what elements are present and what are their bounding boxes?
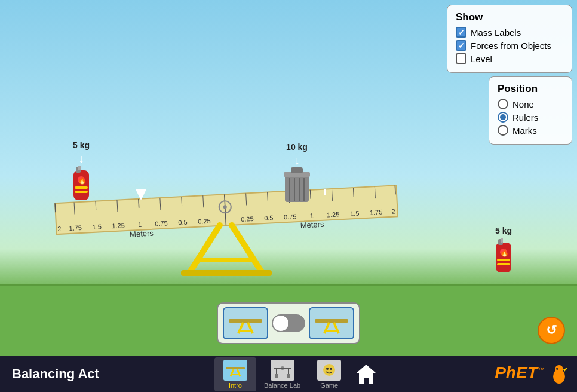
svg-rect-61	[501, 238, 503, 243]
svg-rect-52	[285, 173, 309, 202]
toggle-knob	[273, 316, 288, 331]
svg-rect-75	[226, 367, 245, 369]
svg-text:🔥: 🔥	[500, 248, 509, 257]
svg-text:1.5: 1.5	[92, 223, 102, 231]
level-row[interactable]: Level	[456, 53, 563, 64]
balance-icon	[314, 311, 349, 336]
position-rulers-radio[interactable]	[498, 112, 508, 122]
trash-force-arrow: ↓	[294, 154, 300, 166]
home-button[interactable]	[353, 361, 379, 387]
bottom-bar: Balancing Act Intro	[0, 356, 577, 392]
svg-text:1: 1	[309, 212, 314, 219]
svg-rect-64	[497, 263, 510, 265]
svg-text:Meters: Meters	[130, 229, 154, 239]
position-none-row[interactable]: None	[498, 99, 563, 109]
svg-rect-47	[73, 185, 89, 195]
forces-text: Forces from Objects	[471, 41, 551, 51]
svg-text:0.75: 0.75	[284, 213, 297, 220]
home-icon	[354, 362, 378, 386]
phet-logo: PhET™	[495, 363, 571, 384]
bottom-controls	[217, 302, 360, 344]
svg-point-87	[330, 368, 332, 370]
svg-text:1.25: 1.25	[327, 210, 340, 218]
tab-game-icon	[317, 360, 341, 381]
svg-text:0.5: 0.5	[264, 214, 274, 222]
right-extinguisher-group[interactable]: 5 kg 🔥	[491, 226, 516, 278]
app-container: 0.25 0.5 0.75 1 1.25 1.5 1.75 2	[0, 0, 577, 392]
svg-text:Meters: Meters	[300, 220, 324, 230]
tab-game-label: Game	[320, 382, 338, 389]
svg-text:1.75: 1.75	[69, 224, 82, 232]
position-none-label: None	[512, 99, 534, 109]
intro-icon	[228, 311, 263, 336]
svg-rect-67	[229, 319, 262, 323]
show-panel-title: Show	[456, 11, 563, 23]
svg-rect-41	[181, 270, 272, 276]
tab-balance-lab-label: Balance Lab	[264, 382, 300, 389]
seesaw: 0.25 0.5 0.75 1 1.25 1.5 1.75 2	[53, 173, 405, 281]
svg-text:1.25: 1.25	[112, 222, 125, 229]
svg-rect-54	[291, 167, 303, 173]
svg-line-32	[395, 185, 395, 194]
svg-rect-46	[78, 166, 81, 170]
right-extinguisher-label: 5 kg	[495, 226, 512, 235]
fire-extinguisher-icon-left: 🔥	[69, 166, 94, 206]
tab-intro[interactable]: Intro	[214, 357, 256, 391]
position-none-radio[interactable]	[498, 99, 508, 109]
nav-tabs: Intro Balance Lab	[214, 357, 379, 391]
app-title: Balancing Act	[6, 366, 99, 382]
mass-labels-text: Mass Labels	[471, 27, 521, 38]
forces-checkbox[interactable]: ✓	[456, 40, 466, 51]
svg-text:0.5: 0.5	[178, 219, 188, 226]
level-checkbox[interactable]	[456, 53, 466, 64]
forces-row[interactable]: ✓ Forces from Objects	[456, 40, 563, 51]
mass-labels-row[interactable]: ✓ Mass Labels	[456, 27, 563, 38]
left-force-arrow: ↓	[78, 152, 84, 164]
svg-rect-84	[287, 374, 290, 378]
position-marks-radio[interactable]	[498, 125, 508, 136]
svg-marker-91	[563, 368, 568, 372]
svg-text:1: 1	[138, 221, 142, 228]
tab-balance-lab[interactable]: Balance Lab	[259, 357, 305, 391]
control-balance-btn[interactable]	[309, 307, 354, 339]
position-rulers-label: Rulers	[512, 112, 538, 122]
left-extinguisher-group[interactable]: 5 kg ↓ 🔥	[69, 140, 94, 206]
svg-text:1.5: 1.5	[350, 210, 360, 218]
svg-rect-71	[315, 319, 348, 323]
svg-line-16	[55, 203, 56, 212]
svg-text:0.75: 0.75	[155, 219, 168, 227]
svg-text:0.25: 0.25	[241, 215, 254, 223]
svg-line-8	[139, 199, 139, 208]
trash-can-group[interactable]: 10 kg ↓	[283, 142, 311, 204]
svg-rect-83	[275, 374, 278, 378]
position-rulers-dot	[500, 114, 506, 120]
svg-text:🔥: 🔥	[78, 176, 87, 185]
tab-balance-lab-icon	[271, 360, 294, 381]
level-text: Level	[471, 54, 492, 64]
tab-intro-svg	[225, 361, 246, 379]
position-marks-label: Marks	[512, 125, 537, 136]
svg-text:2: 2	[57, 225, 62, 232]
position-marks-row[interactable]: Marks	[498, 125, 563, 136]
toggle-switch[interactable]	[272, 314, 305, 332]
svg-line-38	[190, 225, 220, 272]
mass-labels-checkbox[interactable]: ✓	[456, 27, 466, 38]
position-panel-title: Position	[498, 83, 563, 95]
svg-text:0.25: 0.25	[198, 218, 211, 225]
svg-rect-62	[496, 257, 511, 268]
svg-marker-88	[357, 365, 376, 384]
svg-text:1.75: 1.75	[370, 209, 383, 216]
trash-can-icon	[283, 167, 311, 204]
trash-can-label: 10 kg	[286, 142, 308, 152]
svg-line-39	[232, 225, 262, 272]
position-rulers-row[interactable]: Rulers	[498, 112, 563, 122]
reset-button[interactable]: ↺	[538, 317, 565, 344]
forces-check: ✓	[458, 41, 465, 50]
svg-rect-48	[75, 186, 88, 189]
reset-icon: ↺	[546, 323, 557, 338]
mass-labels-check: ✓	[458, 28, 465, 37]
control-intro-btn[interactable]	[223, 307, 268, 339]
tab-game[interactable]: Game	[308, 357, 350, 391]
show-panel: Show ✓ Mass Labels ✓ Forces from Objects…	[447, 5, 572, 73]
position-panel: Position None Rulers Marks	[489, 76, 572, 145]
